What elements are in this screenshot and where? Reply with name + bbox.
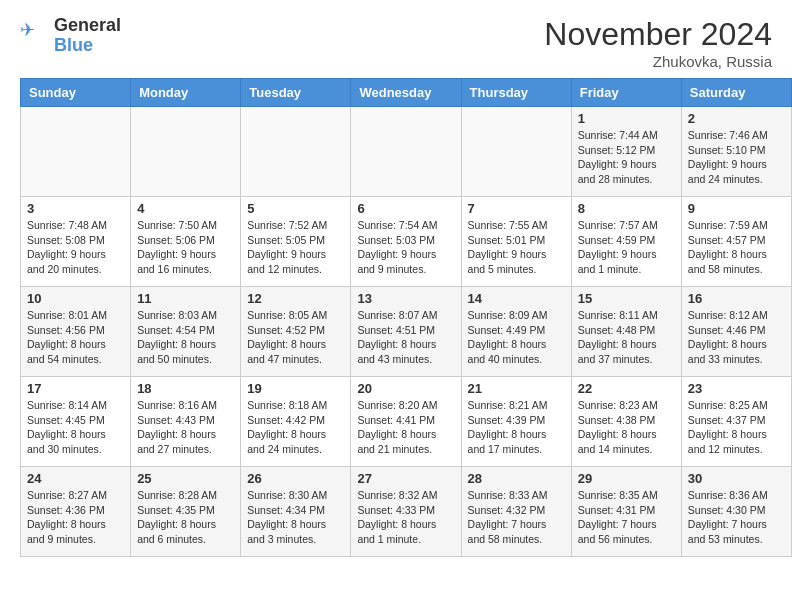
- calendar-cell: 9Sunrise: 7:59 AM Sunset: 4:57 PM Daylig…: [681, 197, 791, 287]
- day-number: 8: [578, 201, 675, 216]
- logo-blue: Blue: [54, 36, 121, 56]
- calendar-cell: [21, 107, 131, 197]
- col-header-friday: Friday: [571, 79, 681, 107]
- day-number: 24: [27, 471, 124, 486]
- calendar-cell: 19Sunrise: 8:18 AM Sunset: 4:42 PM Dayli…: [241, 377, 351, 467]
- logo-general: General: [54, 16, 121, 36]
- calendar-cell: 12Sunrise: 8:05 AM Sunset: 4:52 PM Dayli…: [241, 287, 351, 377]
- day-number: 26: [247, 471, 344, 486]
- day-info: Sunrise: 7:59 AM Sunset: 4:57 PM Dayligh…: [688, 218, 785, 277]
- calendar-cell: 29Sunrise: 8:35 AM Sunset: 4:31 PM Dayli…: [571, 467, 681, 557]
- calendar-cell: 5Sunrise: 7:52 AM Sunset: 5:05 PM Daylig…: [241, 197, 351, 287]
- calendar-cell: [461, 107, 571, 197]
- day-number: 2: [688, 111, 785, 126]
- calendar-week-2: 3Sunrise: 7:48 AM Sunset: 5:08 PM Daylig…: [21, 197, 792, 287]
- calendar-cell: 20Sunrise: 8:20 AM Sunset: 4:41 PM Dayli…: [351, 377, 461, 467]
- day-info: Sunrise: 8:09 AM Sunset: 4:49 PM Dayligh…: [468, 308, 565, 367]
- day-number: 9: [688, 201, 785, 216]
- day-number: 19: [247, 381, 344, 396]
- day-info: Sunrise: 8:07 AM Sunset: 4:51 PM Dayligh…: [357, 308, 454, 367]
- day-info: Sunrise: 8:18 AM Sunset: 4:42 PM Dayligh…: [247, 398, 344, 457]
- day-number: 23: [688, 381, 785, 396]
- logo-icon: ✈: [20, 21, 50, 51]
- day-info: Sunrise: 8:21 AM Sunset: 4:39 PM Dayligh…: [468, 398, 565, 457]
- day-info: Sunrise: 7:57 AM Sunset: 4:59 PM Dayligh…: [578, 218, 675, 277]
- day-number: 30: [688, 471, 785, 486]
- calendar-cell: 28Sunrise: 8:33 AM Sunset: 4:32 PM Dayli…: [461, 467, 571, 557]
- day-number: 21: [468, 381, 565, 396]
- day-info: Sunrise: 8:12 AM Sunset: 4:46 PM Dayligh…: [688, 308, 785, 367]
- calendar-cell: 23Sunrise: 8:25 AM Sunset: 4:37 PM Dayli…: [681, 377, 791, 467]
- logo-text: General Blue: [54, 16, 121, 56]
- calendar-cell: 1Sunrise: 7:44 AM Sunset: 5:12 PM Daylig…: [571, 107, 681, 197]
- col-header-thursday: Thursday: [461, 79, 571, 107]
- day-info: Sunrise: 8:30 AM Sunset: 4:34 PM Dayligh…: [247, 488, 344, 547]
- calendar-week-3: 10Sunrise: 8:01 AM Sunset: 4:56 PM Dayli…: [21, 287, 792, 377]
- calendar-cell: 27Sunrise: 8:32 AM Sunset: 4:33 PM Dayli…: [351, 467, 461, 557]
- calendar-wrapper: SundayMondayTuesdayWednesdayThursdayFrid…: [0, 78, 792, 567]
- day-number: 10: [27, 291, 124, 306]
- day-info: Sunrise: 8:14 AM Sunset: 4:45 PM Dayligh…: [27, 398, 124, 457]
- day-number: 12: [247, 291, 344, 306]
- day-number: 11: [137, 291, 234, 306]
- calendar-week-4: 17Sunrise: 8:14 AM Sunset: 4:45 PM Dayli…: [21, 377, 792, 467]
- day-number: 18: [137, 381, 234, 396]
- day-info: Sunrise: 7:55 AM Sunset: 5:01 PM Dayligh…: [468, 218, 565, 277]
- day-info: Sunrise: 8:27 AM Sunset: 4:36 PM Dayligh…: [27, 488, 124, 547]
- calendar-body: 1Sunrise: 7:44 AM Sunset: 5:12 PM Daylig…: [21, 107, 792, 557]
- day-info: Sunrise: 8:20 AM Sunset: 4:41 PM Dayligh…: [357, 398, 454, 457]
- day-info: Sunrise: 8:35 AM Sunset: 4:31 PM Dayligh…: [578, 488, 675, 547]
- calendar-header: SundayMondayTuesdayWednesdayThursdayFrid…: [21, 79, 792, 107]
- calendar-cell: 15Sunrise: 8:11 AM Sunset: 4:48 PM Dayli…: [571, 287, 681, 377]
- day-number: 6: [357, 201, 454, 216]
- title-block: November 2024 Zhukovka, Russia: [544, 16, 772, 70]
- day-number: 29: [578, 471, 675, 486]
- day-number: 1: [578, 111, 675, 126]
- day-number: 17: [27, 381, 124, 396]
- day-number: 7: [468, 201, 565, 216]
- calendar-cell: 16Sunrise: 8:12 AM Sunset: 4:46 PM Dayli…: [681, 287, 791, 377]
- calendar-cell: [351, 107, 461, 197]
- day-number: 16: [688, 291, 785, 306]
- logo: ✈ General Blue: [20, 16, 121, 56]
- day-number: 3: [27, 201, 124, 216]
- calendar-cell: 7Sunrise: 7:55 AM Sunset: 5:01 PM Daylig…: [461, 197, 571, 287]
- day-info: Sunrise: 7:50 AM Sunset: 5:06 PM Dayligh…: [137, 218, 234, 277]
- calendar-cell: 2Sunrise: 7:46 AM Sunset: 5:10 PM Daylig…: [681, 107, 791, 197]
- day-info: Sunrise: 8:36 AM Sunset: 4:30 PM Dayligh…: [688, 488, 785, 547]
- svg-text:✈: ✈: [20, 21, 35, 40]
- calendar-week-5: 24Sunrise: 8:27 AM Sunset: 4:36 PM Dayli…: [21, 467, 792, 557]
- calendar-cell: 24Sunrise: 8:27 AM Sunset: 4:36 PM Dayli…: [21, 467, 131, 557]
- calendar-cell: [131, 107, 241, 197]
- calendar-cell: 4Sunrise: 7:50 AM Sunset: 5:06 PM Daylig…: [131, 197, 241, 287]
- day-number: 14: [468, 291, 565, 306]
- day-info: Sunrise: 8:01 AM Sunset: 4:56 PM Dayligh…: [27, 308, 124, 367]
- day-number: 22: [578, 381, 675, 396]
- location: Zhukovka, Russia: [544, 53, 772, 70]
- day-info: Sunrise: 8:16 AM Sunset: 4:43 PM Dayligh…: [137, 398, 234, 457]
- day-number: 5: [247, 201, 344, 216]
- col-header-saturday: Saturday: [681, 79, 791, 107]
- col-header-wednesday: Wednesday: [351, 79, 461, 107]
- calendar-week-1: 1Sunrise: 7:44 AM Sunset: 5:12 PM Daylig…: [21, 107, 792, 197]
- calendar-cell: 6Sunrise: 7:54 AM Sunset: 5:03 PM Daylig…: [351, 197, 461, 287]
- day-number: 13: [357, 291, 454, 306]
- day-number: 4: [137, 201, 234, 216]
- day-info: Sunrise: 7:44 AM Sunset: 5:12 PM Dayligh…: [578, 128, 675, 187]
- calendar-cell: 26Sunrise: 8:30 AM Sunset: 4:34 PM Dayli…: [241, 467, 351, 557]
- calendar-cell: 10Sunrise: 8:01 AM Sunset: 4:56 PM Dayli…: [21, 287, 131, 377]
- day-number: 25: [137, 471, 234, 486]
- month-title: November 2024: [544, 16, 772, 53]
- day-info: Sunrise: 8:32 AM Sunset: 4:33 PM Dayligh…: [357, 488, 454, 547]
- day-info: Sunrise: 7:54 AM Sunset: 5:03 PM Dayligh…: [357, 218, 454, 277]
- day-info: Sunrise: 7:46 AM Sunset: 5:10 PM Dayligh…: [688, 128, 785, 187]
- calendar-table: SundayMondayTuesdayWednesdayThursdayFrid…: [20, 78, 792, 557]
- calendar-cell: 21Sunrise: 8:21 AM Sunset: 4:39 PM Dayli…: [461, 377, 571, 467]
- day-info: Sunrise: 8:05 AM Sunset: 4:52 PM Dayligh…: [247, 308, 344, 367]
- calendar-cell: 11Sunrise: 8:03 AM Sunset: 4:54 PM Dayli…: [131, 287, 241, 377]
- day-info: Sunrise: 8:03 AM Sunset: 4:54 PM Dayligh…: [137, 308, 234, 367]
- calendar-cell: 8Sunrise: 7:57 AM Sunset: 4:59 PM Daylig…: [571, 197, 681, 287]
- calendar-cell: 25Sunrise: 8:28 AM Sunset: 4:35 PM Dayli…: [131, 467, 241, 557]
- calendar-cell: 18Sunrise: 8:16 AM Sunset: 4:43 PM Dayli…: [131, 377, 241, 467]
- calendar-cell: [241, 107, 351, 197]
